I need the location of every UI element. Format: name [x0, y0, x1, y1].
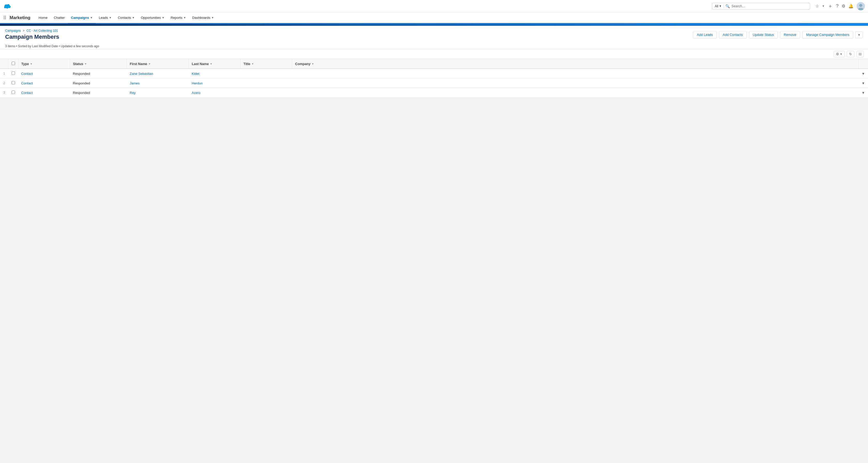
- nav-item-dashboards[interactable]: Dashboards ▼: [189, 12, 217, 24]
- table-row: 1 Contact Responded Zane Sebastian Kidet…: [0, 69, 868, 78]
- search-input[interactable]: [731, 4, 804, 8]
- campaigns-chevron-icon: ▼: [90, 16, 93, 19]
- cell-type-3: Contact: [18, 88, 70, 98]
- search-scope-selector[interactable]: All ▼: [715, 4, 724, 8]
- nav-item-reports[interactable]: Reports ▼: [167, 12, 189, 24]
- col-header-lastname[interactable]: Last Name ▼: [189, 59, 240, 69]
- contact-type-link-2[interactable]: Contact: [21, 81, 33, 85]
- nav-label-opportunities: Opportunities: [141, 16, 161, 20]
- col-type-label: Type: [22, 62, 29, 66]
- nav-label-reports: Reports: [170, 16, 182, 20]
- firstname-link-3[interactable]: Rey: [130, 91, 135, 95]
- page-header-actions: Add Leads Add Contacts Update Status Rem…: [693, 29, 863, 38]
- col-type-sort-icon: ▼: [30, 62, 33, 65]
- cell-title-3: [240, 88, 292, 98]
- nav-item-contacts[interactable]: Contacts ▼: [115, 12, 138, 24]
- cell-title-1: [240, 69, 292, 78]
- cell-company-3: [292, 88, 859, 98]
- cell-lastname-2: Herdun: [189, 78, 240, 88]
- row-checkbox-2[interactable]: [11, 81, 15, 85]
- lastname-link-1[interactable]: Kidet: [192, 72, 199, 76]
- header-band: [0, 24, 868, 26]
- nav-item-campaigns[interactable]: Campaigns ▼: [68, 12, 96, 24]
- manage-campaign-members-button[interactable]: Manage Campaign Members: [802, 31, 853, 38]
- cell-status-3: Responded: [70, 88, 127, 98]
- app-launcher-icon[interactable]: ⠿: [3, 15, 6, 21]
- breadcrumb-separator: >: [23, 29, 25, 33]
- refresh-button[interactable]: ↻: [847, 51, 854, 57]
- lastname-link-3[interactable]: Acero: [192, 91, 200, 95]
- user-avatar[interactable]: [857, 2, 865, 10]
- select-all-checkbox[interactable]: [11, 62, 15, 65]
- cell-firstname-2: James: [127, 78, 189, 88]
- add-contacts-button[interactable]: Add Contacts: [719, 31, 747, 38]
- lastname-link-2[interactable]: Herdun: [192, 81, 203, 85]
- app-name: Marketing: [9, 15, 30, 21]
- gear-icon: ⚙: [836, 52, 839, 56]
- row-checkbox-1[interactable]: [11, 71, 15, 75]
- col-header-firstname[interactable]: First Name ▼: [127, 59, 189, 69]
- settings-icon[interactable]: ⚙: [842, 4, 845, 8]
- page-title: Campaign Members: [5, 34, 59, 40]
- refresh-icon: ↻: [849, 52, 852, 56]
- nav-label-home: Home: [38, 16, 48, 20]
- table-header-row: Type ▼ Status ▼ First Name ▼: [0, 59, 868, 69]
- row-checkbox-3[interactable]: [11, 91, 15, 94]
- nav-item-home[interactable]: Home: [35, 12, 51, 24]
- col-lastname-sort-icon: ▼: [210, 62, 212, 65]
- filter-button[interactable]: ⊟: [857, 51, 864, 57]
- col-header-company[interactable]: Company ▼: [292, 59, 859, 69]
- row-num-1: 1: [0, 69, 8, 78]
- top-bar: All ▼ 🔍 ☆ ▼ ＋ ? ⚙ 🔔: [0, 0, 868, 12]
- gear-chevron-icon: ▼: [840, 53, 842, 56]
- nav-item-chatter[interactable]: Chatter: [51, 12, 68, 24]
- cell-type-2: Contact: [18, 78, 70, 88]
- col-header-title[interactable]: Title ▼: [240, 59, 292, 69]
- col-status-sort-icon: ▼: [84, 62, 87, 65]
- help-icon[interactable]: ?: [836, 3, 839, 9]
- col-status-label: Status: [73, 62, 84, 66]
- firstname-link-2[interactable]: James: [130, 81, 140, 85]
- filter-icon: ⊟: [859, 52, 862, 56]
- update-status-button[interactable]: Update Status: [749, 31, 778, 38]
- table-toolbar: ⚙ ▼ ↻ ⊟: [0, 49, 868, 59]
- add-leads-button[interactable]: Add Leads: [693, 31, 717, 38]
- col-header-type[interactable]: Type ▼: [18, 59, 70, 69]
- contact-type-link-3[interactable]: Contact: [21, 91, 33, 95]
- add-icon[interactable]: ＋: [828, 3, 833, 9]
- col-company-sort-icon: ▼: [312, 62, 314, 65]
- cell-status-1: Responded: [70, 69, 127, 78]
- cell-firstname-3: Rey: [127, 88, 189, 98]
- remove-button[interactable]: Remove: [780, 31, 800, 38]
- cell-lastname-1: Kidet: [189, 69, 240, 78]
- col-header-actions: [859, 59, 868, 69]
- breadcrumb-campaigns-link[interactable]: Campaigns: [5, 29, 21, 33]
- cell-row-actions-3[interactable]: ▼: [859, 88, 868, 98]
- col-header-check: [8, 59, 18, 69]
- cell-row-actions-1[interactable]: ▼: [859, 69, 868, 78]
- leads-chevron-icon: ▼: [109, 16, 112, 19]
- dashboards-chevron-icon: ▼: [211, 16, 214, 19]
- top-bar-right-icons: ☆ ▼ ＋ ? ⚙ 🔔: [815, 2, 865, 10]
- nav-item-leads[interactable]: Leads ▼: [96, 12, 115, 24]
- nav-label-campaigns: Campaigns: [71, 16, 89, 20]
- table-container: ⚙ ▼ ↻ ⊟ Type ▼: [0, 49, 868, 98]
- salesforce-logo[interactable]: [3, 2, 11, 10]
- gear-button[interactable]: ⚙ ▼: [834, 51, 845, 57]
- breadcrumb-campaign-link[interactable]: CC - Art Collecting 101: [26, 29, 58, 33]
- cell-row-actions-2[interactable]: ▼: [859, 78, 868, 88]
- search-icon: 🔍: [725, 4, 730, 8]
- contact-type-link-1[interactable]: Contact: [21, 72, 33, 76]
- nav-item-opportunities[interactable]: Opportunities ▼: [138, 12, 167, 24]
- cell-lastname-3: Acero: [189, 88, 240, 98]
- actions-dropdown-button[interactable]: ▼: [855, 32, 863, 38]
- svg-point-6: [859, 4, 862, 7]
- cell-status-2: Responded: [70, 78, 127, 88]
- notifications-icon[interactable]: 🔔: [848, 4, 854, 8]
- content-area: Campaigns > CC - Art Collecting 101 Camp…: [0, 26, 868, 463]
- favorites-dropdown-icon[interactable]: ▼: [822, 5, 825, 7]
- cell-firstname-1: Zane Sebastian: [127, 69, 189, 78]
- col-header-status[interactable]: Status ▼: [70, 59, 127, 69]
- favorites-icon[interactable]: ☆: [815, 4, 819, 8]
- firstname-link-1[interactable]: Zane Sebastian: [130, 72, 153, 76]
